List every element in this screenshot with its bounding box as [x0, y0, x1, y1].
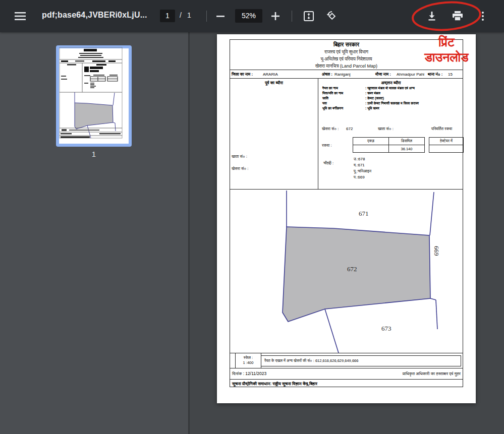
document-title: pdf;base64,JVBERi0xLjU...: [42, 11, 147, 20]
plot-label-672: 672: [347, 265, 357, 273]
download-icon: [427, 11, 437, 21]
pdf-toolbar: pdf;base64,JVBERi0xLjU... 1 / 1 52%: [0, 0, 504, 32]
date-row: दिनांक : 12/11/2023 प्राधिकृत अधिकारी का…: [230, 368, 463, 380]
previous-details-column: पूर्व का ब्यौरा खाता सं० : खेसरा सं० :: [230, 79, 318, 190]
thana-label: थाना नं० :: [428, 72, 442, 77]
hectare-value: [429, 145, 464, 153]
pdf-viewer-area: 1 बिहार सरकार राजस्व एवं भूमि सुधार विभा…: [0, 32, 504, 434]
prev-khata-label: खाता सं० :: [232, 154, 247, 159]
current-details-column: अद्यतन ब्यौरा रैयत का नाम : खुरसाल मंडल …: [318, 79, 464, 190]
land-class-value: : भूमि चावर: [365, 106, 379, 110]
hectare-table: हेक्टेयर में: [429, 137, 464, 153]
parcel-map-svg: 671 672 673 669: [230, 190, 463, 353]
caste-value: : केवट (जलट): [365, 96, 384, 100]
rotate-icon: [326, 10, 338, 22]
plot-label-673: 673: [381, 325, 391, 332]
scale-value: 1 :400: [236, 360, 261, 365]
thana-value: 15: [448, 72, 453, 77]
mauja-value: Ahmadpur Pahi: [397, 72, 424, 77]
zoom-out-button[interactable]: [212, 8, 229, 24]
plot-label-669: 669: [433, 246, 440, 256]
district-value: ARARIA: [263, 72, 278, 77]
page-thumbnail[interactable]: [56, 45, 132, 147]
more-options-button[interactable]: [475, 8, 491, 24]
address-value: : ग्रामी केवट निवासी चकदहा म जिला कटमर: [365, 101, 419, 105]
thumbnail-page-preview: [59, 48, 129, 144]
document-content: बिहार सरकार राजस्व एवं भूमि सुधार विभाग …: [230, 39, 463, 387]
thumbnail-sidebar: 1: [0, 32, 188, 434]
acre-value: [353, 145, 389, 153]
zoom-level[interactable]: 52%: [235, 9, 262, 23]
signature-text: प्राधिकृत अधिकारी का हस्ताक्षर एवं मुहर: [403, 371, 461, 377]
father-name-label: पिता/पति का नाम: [322, 91, 343, 95]
department-line: राजस्व एवं भूमि सुधार विभाग: [230, 49, 463, 55]
boundary-south: द.:671: [354, 163, 365, 168]
boundary-east: पू.:चनिआइन: [354, 169, 371, 174]
raiyat-name-label: रैयत का नाम: [322, 86, 338, 90]
page-number-input[interactable]: 1: [160, 10, 175, 22]
acre-header: एकड़: [353, 138, 389, 145]
print-button[interactable]: [450, 8, 466, 24]
thumbnail-page-number: 1: [56, 150, 132, 158]
rakba-label: रकवा :: [322, 143, 332, 148]
address-label: पता: [322, 101, 327, 105]
plot-label-671: 671: [359, 210, 369, 217]
it-solution-line: सूचना प्रौद्योगिकी समाधान: राष्ट्रीय सूच…: [230, 380, 463, 388]
sidebar-divider[interactable]: [188, 32, 190, 434]
land-class-label: भूमि का वर्गीकरण: [322, 106, 343, 110]
chauhaddi-label: चौहद्दी :: [323, 161, 333, 166]
details-section: पूर्व का ब्यौरा खाता सं० : खेसरा सं० : अ…: [230, 79, 463, 190]
current-heading: अद्यतन ब्यौरा: [318, 79, 464, 86]
father-name-value: : चमर मंडल: [365, 91, 380, 95]
page-count: 1: [187, 11, 191, 19]
thumbnail-mini-document: [56, 45, 126, 141]
location-info-row: जिला का नाम : ARARIA अंचल : Raniganj मौज…: [230, 70, 463, 79]
toolbar-separator: [292, 11, 292, 22]
zoom-in-button[interactable]: [267, 8, 284, 24]
caste-label: जाति: [322, 96, 328, 100]
directorate-line: भू-अभिलेख एवं परिमाप निदेशालय: [230, 56, 463, 62]
hamburger-icon: [15, 12, 26, 20]
toolbar-separator: [206, 11, 207, 22]
previous-heading: पूर्व का ब्यौरा: [230, 79, 318, 86]
minus-icon: [216, 16, 225, 17]
rotate-button[interactable]: [324, 8, 340, 24]
date-value: दिनांक : 12/11/2023: [232, 371, 266, 377]
boundary-west: प.:669: [354, 175, 365, 180]
govt-title: बिहार सरकार: [230, 41, 463, 48]
district-label: जिला का नाम :: [232, 72, 253, 77]
anchal-value: Raniganj: [334, 72, 351, 77]
anchal-label: अंचल :: [322, 72, 332, 77]
scale-row: स्केल : 1 :400 रैयत के दखल में अन्य खेसर…: [230, 353, 463, 368]
fit-to-page-button[interactable]: [301, 8, 317, 24]
download-button[interactable]: [424, 8, 440, 24]
menu-button[interactable]: [12, 8, 28, 24]
area-table: एकड़ डिसमिल 36.140: [353, 137, 425, 153]
plus-icon: [271, 12, 279, 20]
raiyat-name-value: : खुरसाल मंडल वो बालक मंडल एवं अन्य: [365, 86, 415, 90]
boundary-north: उ.:678: [354, 157, 365, 162]
mauja-label: मौजा नाम :: [375, 72, 391, 77]
converted-area-label: परिवर्तित रकवा: [431, 127, 452, 132]
page-divider: /: [180, 11, 182, 19]
print-icon: [452, 11, 463, 21]
scale-cell: स्केल : 1 :400: [235, 353, 261, 368]
three-dot-menu-icon: [482, 12, 484, 21]
hectare-header: हेक्टेयर में: [429, 138, 464, 145]
decimal-header: डिसमिल: [389, 138, 425, 145]
document-header: बिहार सरकार राजस्व एवं भूमि सुधार विभाग …: [230, 40, 463, 70]
fit-page-icon: [303, 11, 314, 22]
pdf-page: बिहार सरकार राजस्व एवं भूमि सुधार विभाग …: [217, 34, 476, 403]
scale-label: स्केल :: [236, 355, 261, 360]
khata-no-label: खाता सं० :: [378, 127, 394, 132]
other-khesra-note: रैयत के दखल में अन्य खेसरों की सं० : 612…: [261, 355, 461, 366]
khesra-no-label: खेसरा सं० :: [322, 127, 339, 132]
decimal-value: 36.140: [389, 145, 425, 153]
prev-khesra-label: खेसरा सं० :: [232, 166, 248, 171]
map-title-line: खेसरा मानचित्र (Land Parcel Map): [230, 64, 463, 69]
parcel-map: 671 672 673 669: [230, 190, 463, 353]
khesra-no-value: 672: [346, 127, 353, 131]
